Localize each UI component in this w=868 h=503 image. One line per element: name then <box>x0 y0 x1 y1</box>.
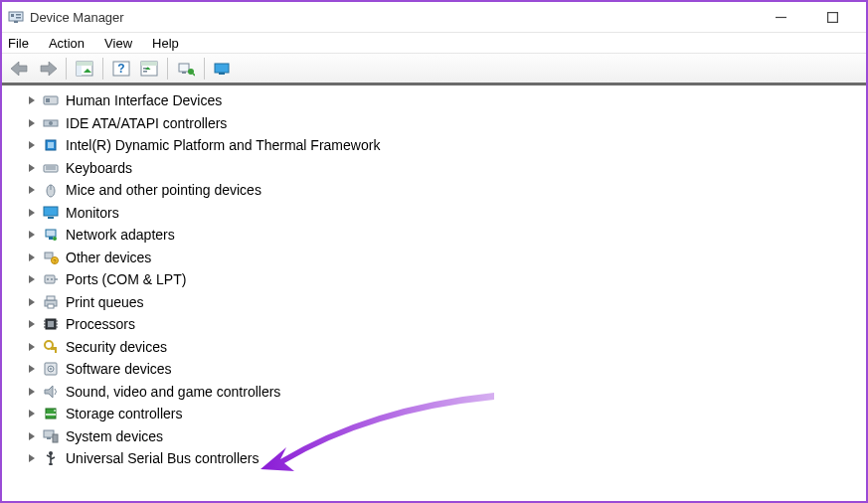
svg-marker-85 <box>29 432 35 440</box>
system-icon <box>42 427 60 445</box>
svg-rect-64 <box>48 321 54 327</box>
svg-marker-62 <box>29 320 35 328</box>
menubar: File Action View Help <box>2 32 866 54</box>
svg-marker-26 <box>29 96 35 104</box>
minimize-button[interactable] <box>763 6 798 28</box>
tree-row[interactable]: System devices <box>2 425 866 448</box>
tree-item-label: Human Interface Devices <box>66 92 222 108</box>
svg-marker-8 <box>41 62 57 76</box>
svg-rect-24 <box>215 64 229 73</box>
chevron-right-icon[interactable] <box>26 363 38 375</box>
toolbar-separator <box>204 58 205 80</box>
svg-rect-87 <box>47 437 51 439</box>
svg-point-78 <box>50 368 52 370</box>
tree-row[interactable]: Human Interface Devices <box>2 89 866 112</box>
properties-button[interactable] <box>136 56 162 82</box>
chevron-right-icon[interactable] <box>26 184 38 196</box>
svg-rect-1 <box>14 21 18 23</box>
menu-view[interactable]: View <box>104 34 144 53</box>
printer-icon <box>42 293 60 311</box>
hid-icon <box>42 91 60 109</box>
svg-marker-89 <box>29 454 35 462</box>
tree-item-label: Other devices <box>66 250 151 265</box>
menu-help[interactable]: Help <box>152 34 191 53</box>
tree-item-label: Network adapters <box>66 227 175 243</box>
chevron-right-icon[interactable] <box>26 386 38 398</box>
tree-row[interactable]: Network adapters <box>2 224 866 247</box>
chevron-right-icon[interactable] <box>26 318 38 330</box>
mouse-icon <box>42 181 60 199</box>
chevron-right-icon[interactable] <box>26 94 38 106</box>
svg-marker-29 <box>29 119 35 127</box>
tree-item-label: IDE ATA/ATAPI controllers <box>66 115 227 131</box>
tree-item-label: Keyboards <box>66 160 132 176</box>
tree-row[interactable]: Sound, video and game controllers <box>2 381 866 404</box>
chevron-right-icon[interactable] <box>26 296 38 308</box>
device-tree: Human Interface DevicesIDE ATA/ATAPI con… <box>2 85 866 501</box>
chevron-right-icon[interactable] <box>26 117 38 129</box>
tree-row[interactable]: Print queues <box>2 291 866 314</box>
help-button[interactable]: ? <box>108 56 134 82</box>
tree-row[interactable]: Intel(R) Dynamic Platform and Thermal Fr… <box>2 134 866 157</box>
svg-rect-47 <box>49 237 53 240</box>
svg-rect-83 <box>46 414 56 416</box>
svg-marker-39 <box>29 186 35 194</box>
svg-point-56 <box>51 278 53 280</box>
window-controls <box>763 6 858 28</box>
chevron-right-icon[interactable] <box>26 252 38 263</box>
svg-rect-25 <box>219 73 225 75</box>
tree-row[interactable]: Processors <box>2 313 866 336</box>
svg-rect-34 <box>48 142 54 148</box>
tree-item-label: Print queues <box>66 294 144 310</box>
chevron-right-icon[interactable] <box>26 452 38 464</box>
menu-file[interactable]: File <box>6 34 41 53</box>
tree-row[interactable]: Universal Serial Bus controllers <box>2 447 866 470</box>
tree-row[interactable]: Monitors <box>2 202 866 225</box>
tree-item-label: Security devices <box>66 339 167 355</box>
usb-icon <box>42 449 60 467</box>
tree-row[interactable]: Software devices <box>2 358 866 381</box>
tree-row[interactable]: ?Other devices <box>2 247 866 269</box>
tree-row[interactable]: Keyboards <box>2 157 866 180</box>
storage-icon <box>42 405 60 422</box>
maximize-button[interactable] <box>814 6 850 28</box>
svg-rect-88 <box>53 434 58 442</box>
svg-rect-43 <box>44 207 58 216</box>
svg-rect-44 <box>48 217 54 219</box>
scan-hardware-button[interactable] <box>173 56 199 82</box>
tree-row[interactable]: IDE ATA/ATAPI controllers <box>2 112 866 135</box>
network-icon <box>42 226 60 244</box>
security-icon <box>42 338 60 356</box>
tree-row[interactable]: Mice and other pointing devices <box>2 179 866 202</box>
svg-marker-35 <box>29 164 35 172</box>
menu-action[interactable]: Action <box>49 34 96 53</box>
tree-row[interactable]: Storage controllers <box>2 403 866 425</box>
chevron-right-icon[interactable] <box>26 430 38 442</box>
svg-marker-81 <box>29 410 35 418</box>
back-button[interactable] <box>7 56 33 82</box>
svg-rect-94 <box>49 463 52 465</box>
forward-button[interactable] <box>35 56 61 82</box>
svg-marker-71 <box>29 343 35 351</box>
chevron-right-icon[interactable] <box>26 162 38 174</box>
chevron-right-icon[interactable] <box>26 139 38 151</box>
svg-rect-28 <box>46 98 50 102</box>
svg-rect-11 <box>77 66 82 76</box>
svg-text:?: ? <box>117 62 124 76</box>
svg-rect-6 <box>827 12 837 22</box>
svg-rect-20 <box>179 64 189 72</box>
tree-row[interactable]: Security devices <box>2 336 866 359</box>
chevron-right-icon[interactable] <box>26 229 38 241</box>
view-devices-button[interactable] <box>210 56 236 82</box>
tree-row[interactable]: Ports (COM & LPT) <box>2 268 866 291</box>
chevron-right-icon[interactable] <box>26 341 38 353</box>
svg-marker-42 <box>29 209 35 217</box>
chevron-right-icon[interactable] <box>26 408 38 419</box>
show-hide-console-tree-button[interactable] <box>72 56 97 82</box>
device-manager-window: Device Manager File Action View Help <box>0 0 868 503</box>
toolbar: ? <box>2 54 866 85</box>
chevron-right-icon[interactable] <box>26 273 38 285</box>
device-manager-icon <box>8 9 24 25</box>
chevron-right-icon[interactable] <box>26 207 38 219</box>
tree-item-label: Ports (COM & LPT) <box>66 271 186 287</box>
